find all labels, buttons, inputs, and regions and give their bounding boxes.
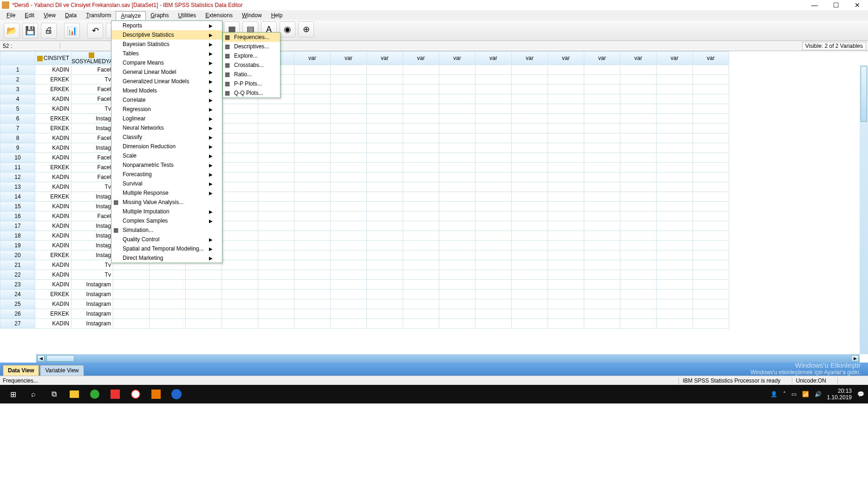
- cell-empty[interactable]: [475, 124, 511, 133]
- cell-empty[interactable]: [294, 260, 330, 270]
- cell-empty[interactable]: [656, 299, 692, 309]
- cell-sosyalmedya[interactable]: Facel: [72, 85, 113, 94]
- cell-empty[interactable]: [258, 231, 294, 241]
- cell-empty[interactable]: [692, 65, 729, 75]
- cell-empty[interactable]: [366, 133, 403, 143]
- cell-empty[interactable]: [656, 221, 692, 231]
- cell-empty[interactable]: [330, 270, 366, 280]
- cell-empty[interactable]: [149, 270, 185, 280]
- cell-empty[interactable]: [620, 133, 656, 143]
- cell-sosyalmedya[interactable]: Instagram: [72, 280, 113, 290]
- cell-empty[interactable]: [258, 133, 294, 143]
- cell-empty[interactable]: [475, 75, 511, 85]
- cell-cinsiyet[interactable]: KADIN: [35, 104, 72, 114]
- cell-empty[interactable]: [439, 260, 475, 270]
- cell-empty[interactable]: [620, 143, 656, 153]
- cell-empty[interactable]: [620, 192, 656, 202]
- cell-empty[interactable]: [222, 290, 258, 299]
- cell-empty[interactable]: [403, 319, 439, 329]
- cell-empty[interactable]: [511, 163, 548, 172]
- cell-empty[interactable]: [692, 182, 729, 192]
- cell-empty[interactable]: [439, 251, 475, 260]
- cell-empty[interactable]: [548, 231, 584, 241]
- cell-empty[interactable]: [511, 221, 548, 231]
- cell-empty[interactable]: [439, 182, 475, 192]
- cell-empty[interactable]: [656, 260, 692, 270]
- cell-empty[interactable]: [548, 143, 584, 153]
- cell-empty[interactable]: [439, 241, 475, 251]
- cell-empty[interactable]: [330, 319, 366, 329]
- cell-empty[interactable]: [548, 75, 584, 85]
- menu-item-survival[interactable]: Survival▶: [111, 179, 222, 188]
- cell-empty[interactable]: [656, 143, 692, 153]
- cell-empty[interactable]: [692, 280, 729, 290]
- cell-empty[interactable]: [439, 143, 475, 153]
- cell-empty[interactable]: [584, 153, 620, 163]
- cell-empty[interactable]: [258, 251, 294, 260]
- cell-empty[interactable]: [475, 270, 511, 280]
- save-button[interactable]: 💾: [22, 23, 38, 39]
- cell-empty[interactable]: [656, 104, 692, 114]
- cell-empty[interactable]: [511, 270, 548, 280]
- cell-sosyalmedya[interactable]: Tv: [72, 104, 113, 114]
- cell-empty[interactable]: [584, 104, 620, 114]
- cell-empty[interactable]: [584, 124, 620, 133]
- cell-empty[interactable]: [584, 114, 620, 124]
- cell-cinsiyet[interactable]: KADIN: [35, 172, 72, 182]
- cell-cinsiyet[interactable]: KADIN: [35, 153, 72, 163]
- cell-empty[interactable]: [366, 270, 403, 280]
- cell-empty[interactable]: [113, 319, 149, 329]
- cell-empty[interactable]: [185, 280, 222, 290]
- cell-empty[interactable]: [475, 182, 511, 192]
- cell-empty[interactable]: [222, 251, 258, 260]
- cell-empty[interactable]: [439, 309, 475, 319]
- cell-empty[interactable]: [511, 182, 548, 192]
- cell-empty[interactable]: [656, 309, 692, 319]
- cell-empty[interactable]: [294, 251, 330, 260]
- cell-empty[interactable]: [294, 221, 330, 231]
- column-header-var[interactable]: var: [511, 52, 548, 65]
- cell-sosyalmedya[interactable]: Instag: [72, 241, 113, 251]
- print-button[interactable]: 🖨: [41, 23, 57, 39]
- cell-empty[interactable]: [475, 221, 511, 231]
- cell-empty[interactable]: [584, 290, 620, 299]
- cell-empty[interactable]: [656, 241, 692, 251]
- cell-empty[interactable]: [439, 319, 475, 329]
- cell-empty[interactable]: [656, 94, 692, 104]
- cell-empty[interactable]: [475, 133, 511, 143]
- cell-empty[interactable]: [620, 114, 656, 124]
- cell-empty[interactable]: [692, 124, 729, 133]
- cell-empty[interactable]: [222, 309, 258, 319]
- column-header-var[interactable]: var: [584, 52, 620, 65]
- menu-item-direct-marketing[interactable]: Direct Marketing▶: [111, 253, 222, 263]
- cell-empty[interactable]: [222, 260, 258, 270]
- tab-data-view[interactable]: Data View: [3, 365, 39, 376]
- cell-empty[interactable]: [548, 221, 584, 231]
- cell-empty[interactable]: [475, 172, 511, 182]
- cell-empty[interactable]: [258, 163, 294, 172]
- cell-empty[interactable]: [222, 241, 258, 251]
- cell-sosyalmedya[interactable]: Instagram: [72, 299, 113, 309]
- menu-item-scale[interactable]: Scale▶: [111, 151, 222, 160]
- cell-empty[interactable]: [548, 280, 584, 290]
- cell-empty[interactable]: [366, 231, 403, 241]
- cell-empty[interactable]: [330, 124, 366, 133]
- cell-empty[interactable]: [620, 85, 656, 94]
- cell-empty[interactable]: [548, 153, 584, 163]
- cell-empty[interactable]: [475, 192, 511, 202]
- cell-empty[interactable]: [511, 143, 548, 153]
- cell-empty[interactable]: [511, 75, 548, 85]
- cell-cinsiyet[interactable]: KADIN: [35, 231, 72, 241]
- cell-empty[interactable]: [548, 260, 584, 270]
- cell-empty[interactable]: [511, 104, 548, 114]
- cell-empty[interactable]: [258, 299, 294, 309]
- cell-empty[interactable]: [149, 309, 185, 319]
- cell-cinsiyet[interactable]: KADIN: [35, 133, 72, 143]
- column-header-cinsiyet[interactable]: CINSIYET: [35, 52, 72, 65]
- cell-empty[interactable]: [692, 309, 729, 319]
- cell-empty[interactable]: [656, 163, 692, 172]
- cell-empty[interactable]: [584, 299, 620, 309]
- cell-empty[interactable]: [439, 172, 475, 182]
- cell-empty[interactable]: [403, 75, 439, 85]
- column-header-var[interactable]: var: [366, 52, 403, 65]
